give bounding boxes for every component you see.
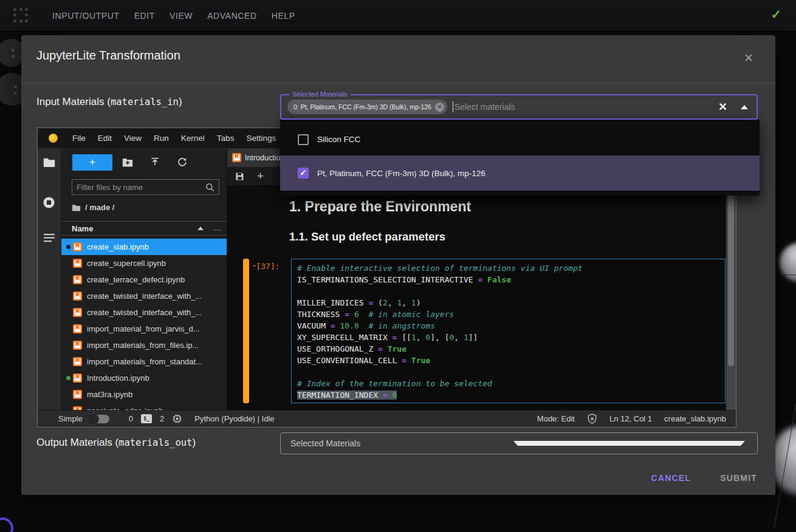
checkbox-checked-icon[interactable]: ✓	[298, 168, 309, 179]
file-row[interactable]: Introduction.ipynb	[61, 370, 227, 386]
code-line: # Enable interactive selection of termin…	[297, 262, 719, 274]
filter-files-box[interactable]	[72, 179, 219, 195]
close-icon[interactable]: ✕	[744, 51, 753, 65]
name-column-header[interactable]: Name	[72, 224, 93, 233]
file-browser-toolbar: +	[61, 154, 227, 171]
checkbox-unchecked-icon[interactable]	[298, 134, 309, 145]
terminals-count[interactable]: 0	[129, 414, 133, 423]
kernel-status[interactable]: Python (Pyodide) | Idle	[194, 414, 274, 423]
file-name: create_terrace_defect.ipynb	[87, 275, 185, 284]
submit-button[interactable]: SUBMIT	[720, 473, 757, 483]
jupyterlite-logo-icon	[49, 134, 58, 143]
material-option-0[interactable]: Silicon FCC	[280, 126, 760, 153]
simple-mode-toggle[interactable]	[89, 415, 109, 423]
code-line: TERMINATION_INDEX = 0	[297, 389, 719, 401]
file-row[interactable]: mat3ra.ipynb	[61, 386, 227, 403]
simple-mode-label: Simple	[58, 414, 83, 423]
jupyter-menu-tabs[interactable]: Tabs	[211, 134, 241, 143]
jupyter-menu-view[interactable]: View	[118, 134, 148, 143]
file-row[interactable]: import_materials_from_files.ip...	[61, 337, 227, 353]
jupyter-menu-edit[interactable]: Edit	[92, 134, 118, 143]
clear-icon[interactable]: ✕	[718, 100, 727, 114]
check-icon[interactable]: ✓	[770, 7, 781, 22]
new-folder-icon[interactable]	[115, 158, 140, 167]
cell-collapser-bar[interactable]	[243, 259, 249, 403]
jupyter-statusbar: Simple 0 $_ 2 Python (Pyodide) | Idle Mo…	[38, 410, 736, 427]
text-cursor	[453, 101, 453, 112]
topbar-menu-help[interactable]: HELP	[264, 11, 303, 21]
file-row[interactable]: import_material_from_jarvis_d...	[61, 321, 227, 337]
file-name: mat3ra.ipynb	[87, 390, 132, 399]
selected-code: TERMINATION_INDEX = 0	[297, 390, 397, 400]
app-background: INPUT/OUTPUTEDITVIEWADVANCEDHELP ✓ Jupyt…	[0, 0, 796, 532]
topbar-menu-view[interactable]: VIEW	[162, 11, 200, 21]
filter-files-input[interactable]	[77, 183, 205, 192]
trust-shield-icon[interactable]	[587, 414, 597, 425]
material-option-1[interactable]: ✓Pt, Platinum, FCC (Fm-3m) 3D (Bulk), mp…	[280, 155, 760, 191]
file-list: create_slab.ipynbcreate_supercell.ipynbc…	[61, 239, 227, 410]
chevron-down-icon[interactable]	[513, 441, 745, 446]
code-editor[interactable]: # Enable interactive selection of termin…	[291, 259, 726, 403]
terminal-icon: $_	[141, 414, 152, 423]
jupyter-menu-run[interactable]: Run	[148, 134, 175, 143]
kernels-count[interactable]: 2	[160, 414, 164, 423]
file-row[interactable]: create_terrace_defect.ipynb	[61, 271, 227, 288]
file-row[interactable]: passivate_edge.ipynb	[61, 403, 227, 410]
search-icon	[205, 183, 214, 192]
notebook-file-icon	[73, 390, 82, 399]
topbar-menu-input-output[interactable]: INPUT/OUTPUT	[45, 11, 127, 21]
materials-search-input[interactable]	[455, 102, 711, 112]
topbar-menu-edit[interactable]: EDIT	[127, 11, 162, 21]
add-cell-icon[interactable]: +	[257, 169, 264, 183]
input-label-prefix: Input Materials (	[36, 96, 111, 107]
cancel-button[interactable]: CANCEL	[651, 473, 691, 483]
code-line: IS_TERMINATIONS_SELECTION_INTERACTIVE = …	[297, 274, 719, 285]
dialog-footer: CANCEL SUBMIT	[651, 473, 757, 483]
file-browser-icon[interactable]	[43, 157, 55, 168]
jupyter-left-sidebar	[38, 149, 61, 410]
cursor-position-indicator[interactable]: Ln 12, Col 1	[609, 414, 652, 423]
code-line	[297, 366, 719, 378]
more-columns-icon[interactable]: ...	[214, 224, 222, 233]
unsaved-dot-icon	[66, 245, 70, 249]
file-browser-panel: +	[61, 149, 227, 410]
atom-sphere	[780, 243, 796, 282]
app-logo-icon[interactable]	[13, 8, 29, 24]
code-line	[297, 285, 719, 297]
file-row[interactable]: create_twisted_interface_with_...	[61, 288, 227, 304]
file-name: create_twisted_interface_with_...	[87, 308, 202, 317]
notebook-file-icon	[73, 259, 82, 268]
file-row[interactable]: import_materials_from_standat...	[61, 353, 227, 370]
selected-materials-input[interactable]: Selected Materials 0: Pt, Platinum, FCC …	[280, 94, 758, 120]
topbar-menu-advanced[interactable]: ADVANCED	[200, 11, 264, 21]
material-chip[interactable]: 0: Pt, Platinum, FCC (Fm-3m) 3D (Bulk), …	[287, 100, 447, 114]
jupyter-menu-file[interactable]: File	[66, 134, 92, 143]
sort-ascending-icon[interactable]	[197, 227, 204, 230]
file-list-header[interactable]: Name ...	[61, 221, 227, 236]
breadcrumb[interactable]: / made /	[72, 203, 114, 212]
notebook-file-icon	[73, 308, 82, 317]
kernel-chip-icon	[172, 414, 182, 424]
table-of-contents-icon[interactable]	[44, 234, 55, 242]
file-row[interactable]: create_supercell.ipynb	[61, 255, 227, 271]
notebook-file-icon	[232, 153, 241, 162]
save-icon[interactable]	[235, 172, 244, 181]
cell-execution-prompt: •[37]:	[253, 262, 280, 271]
new-launcher-button[interactable]: +	[72, 154, 112, 171]
refresh-icon[interactable]	[170, 157, 194, 167]
jupyter-menu-kernel[interactable]: Kernel	[175, 134, 211, 143]
running-kernels-icon[interactable]	[43, 196, 55, 209]
jupyter-menu-settings[interactable]: Settings	[240, 134, 282, 143]
chevron-up-icon[interactable]	[741, 105, 748, 109]
scrollbar-thumb[interactable]	[728, 166, 734, 366]
material-option-label: Pt, Platinum, FCC (Fm-3m) 3D (Bulk), mp-…	[317, 169, 485, 178]
tab-introduction-ipynb[interactable]: Introduction.ipynb	[227, 149, 281, 166]
active-filename: create_slab.ipynb	[664, 414, 726, 423]
notebook-file-icon	[73, 242, 82, 251]
file-row[interactable]: create_slab.ipynb	[61, 239, 227, 255]
chip-delete-icon[interactable]: ✕	[435, 103, 444, 112]
upload-icon[interactable]	[143, 157, 167, 167]
file-row[interactable]: create_twisted_interface_with_...	[61, 304, 227, 321]
file-name: create_supercell.ipynb	[87, 259, 166, 268]
output-materials-select[interactable]: Selected Materials	[280, 432, 758, 454]
